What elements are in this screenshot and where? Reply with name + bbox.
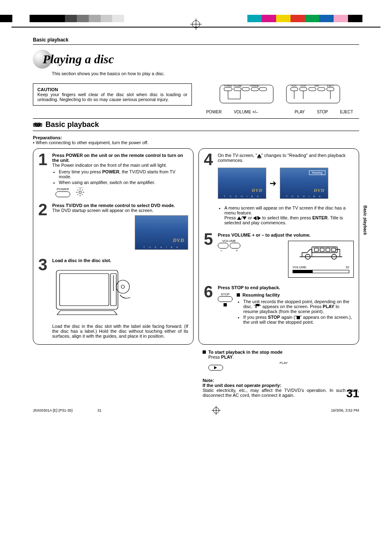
svg-rect-44 (312, 247, 337, 253)
down-icon (242, 216, 247, 220)
power-button-label: POWER (55, 187, 70, 191)
stop-glyph-icon (224, 303, 227, 306)
svg-line-33 (77, 189, 78, 191)
footer-meta: J5X00301A [E] (P31-35) 31 16/3/06, 3:52 … (0, 402, 392, 419)
volume-button-label: VOLUME (218, 239, 240, 243)
left-icon (253, 216, 256, 220)
svg-text:POWER: POWER (76, 187, 84, 188)
step6-headline: Press STOP to end playback. (218, 285, 280, 290)
page-title: Playing a disc (43, 52, 114, 66)
footer-folio: 31 (97, 408, 101, 412)
play-button-icon (208, 365, 223, 371)
steps-left-box: 1 Press POWER on the unit or on the remo… (33, 148, 194, 345)
svg-text:EJECT: EJECT (327, 85, 334, 87)
footer-doc-id: J5X00301A [E] (P31-35) (33, 408, 73, 412)
svg-text:CHANNEL: CHANNEL (250, 85, 260, 87)
svg-rect-48 (320, 248, 324, 251)
panel-label-stop: STOP (317, 110, 328, 114)
step5-headline: Press VOLUME + or – to adjust the volume… (218, 233, 311, 237)
divider (33, 44, 359, 45)
registration-mark-icon (190, 18, 202, 30)
arrow-right-icon: ➔ (270, 178, 277, 188)
side-tab-label: Basic playback (363, 205, 367, 235)
svg-line-34 (82, 194, 83, 195)
panel-label-volume: VOLUME +/– (234, 110, 258, 114)
svg-rect-50 (332, 248, 336, 251)
up-icon (237, 216, 241, 220)
square-bullet-icon (237, 293, 240, 297)
svg-rect-14 (300, 88, 307, 91)
svg-point-42 (116, 280, 129, 293)
svg-point-28 (79, 191, 81, 193)
eject-icon (257, 154, 261, 157)
svg-rect-49 (326, 248, 330, 251)
svg-line-36 (82, 189, 83, 191)
note-subheading: If the unit does not operate properly: (203, 383, 281, 388)
step1-sub: The Power indicator on the front of the … (52, 163, 188, 168)
svg-text:SKIP: SKIP (314, 85, 319, 87)
svg-rect-39 (60, 274, 109, 306)
svg-rect-13 (291, 88, 298, 91)
svg-rect-9 (259, 88, 267, 91)
resume-heading: Resuming facility (242, 292, 280, 297)
volume-osd-illustration: VOLUME32 (288, 241, 354, 278)
panel-label-play: PLAY (295, 110, 305, 114)
svg-text:PLAY: PLAY (291, 85, 297, 87)
caution-body: Keep your fingers well clear of the disc… (37, 92, 187, 102)
svg-rect-16 (318, 88, 325, 91)
step2-headline: Press TV/DVD on the remote control to se… (52, 203, 175, 208)
step-number-1: 1 (38, 153, 49, 197)
caution-heading: CAUTION (37, 87, 187, 92)
step4-text: On the TV-screen, "" changes to "Reading… (218, 153, 346, 163)
step1-headline: Press POWER on the unit or on the remote… (52, 153, 183, 163)
svg-point-43 (121, 285, 125, 288)
start-playback-heading: To start playback in the stop mode (203, 350, 359, 355)
power-button-icon (55, 191, 70, 197)
step3-after-text: Load the disc in the disc slot with the … (52, 324, 188, 339)
screen-reading-icon: Reading DVDT O S H I B A (280, 168, 328, 199)
footer-timestamp: 16/3/06, 3:52 PM (331, 408, 359, 412)
svg-text:POWER: POWER (224, 85, 232, 87)
screen-before-icon: DVDT O S H I B A (218, 168, 266, 199)
step2-sub: The DVD startup screen will appear on th… (52, 208, 188, 213)
minus-label: – (220, 249, 222, 253)
tv-load-disc-illustration (52, 266, 134, 320)
step-number-6: 6 (204, 285, 214, 326)
steps-right-box: 4 On the TV-screen, "" changes to "Readi… (198, 148, 359, 345)
svg-rect-7 (242, 88, 249, 91)
stop-button-label: STOP (218, 292, 233, 296)
section-label: Basic playback (33, 37, 359, 43)
resume-marker-icon (256, 304, 260, 308)
svg-rect-5 (224, 88, 232, 91)
indicator-light-icon: POWER (75, 187, 85, 197)
play-button-label: PLAY (208, 361, 359, 365)
preparations: Preparations: • When connecting to other… (33, 135, 359, 145)
svg-rect-6 (234, 88, 241, 91)
unit-panel-diagram: POWERVOLUMECHANNEL PLAYSTOPSKIPEJECT POW… (200, 83, 359, 114)
page-number: 31 (346, 387, 359, 400)
registration-mark-icon (212, 406, 221, 415)
note-body: Static electricity, etc., may affect the… (203, 388, 359, 398)
disc-type-badges: DVD VCD CD (33, 123, 42, 127)
step1-bullet-2: When using an amplifier, switch on the a… (59, 180, 188, 185)
step3-headline: Load a disc in the disc slot. (52, 258, 111, 263)
svg-text:STOP: STOP (300, 85, 306, 87)
panel-label-eject: EJECT (340, 110, 353, 114)
volume-down-button-icon (218, 243, 228, 249)
svg-rect-47 (314, 248, 318, 251)
plus-label: + (236, 249, 238, 253)
step-number-5: 5 (204, 233, 214, 279)
svg-text:VOLUME: VOLUME (233, 85, 242, 87)
note-heading: Note: (203, 378, 214, 383)
resume-bullet-2: If you press STOP again ("" appears on t… (243, 315, 354, 325)
panel-label-power: POWER (206, 110, 222, 114)
svg-rect-8 (251, 88, 258, 91)
step-number-4: 4 (204, 153, 214, 227)
resume-bullet-1: The unit records the stopped point, depe… (243, 299, 354, 314)
stop-button-icon (218, 296, 233, 302)
step4-menu-text: A menu screen will appear on the TV scre… (224, 205, 354, 225)
dvd-startup-screen-thumb: DVDT O S H I B A (135, 215, 188, 250)
svg-line-35 (77, 194, 78, 195)
volume-up-button-icon (230, 243, 240, 249)
print-registration-bars (0, 0, 392, 29)
